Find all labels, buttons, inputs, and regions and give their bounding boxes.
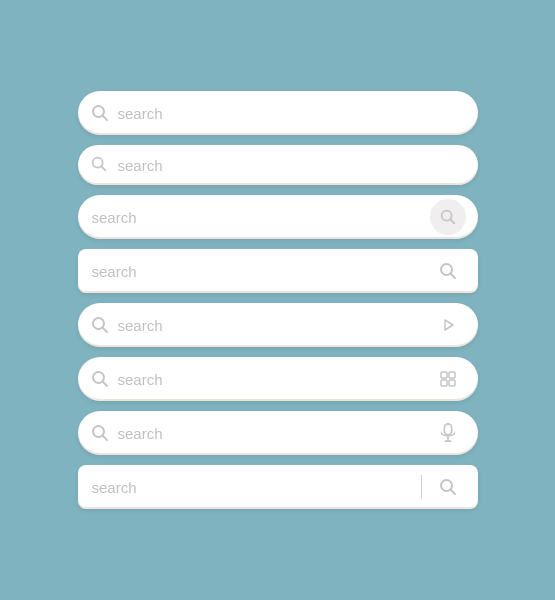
search-placeholder-5: search — [118, 317, 430, 334]
search-icon — [90, 369, 110, 389]
svg-line-9 — [102, 328, 107, 333]
svg-rect-16 — [449, 380, 455, 386]
search-bar-7[interactable]: search — [78, 411, 478, 455]
search-bar-2[interactable]: search — [78, 145, 478, 185]
search-bar-1[interactable]: search — [78, 91, 478, 135]
grid-button-6[interactable] — [430, 361, 466, 397]
search-button-4[interactable] — [430, 253, 466, 289]
svg-line-5 — [450, 219, 454, 223]
search-icon — [90, 155, 110, 175]
search-button-3[interactable] — [430, 199, 466, 235]
search-bar-5[interactable]: search — [78, 303, 478, 347]
search-icon — [90, 423, 110, 443]
search-placeholder-8: search — [92, 479, 421, 496]
svg-line-1 — [102, 116, 107, 121]
search-icon — [90, 315, 110, 335]
play-button-5[interactable] — [430, 307, 466, 343]
mic-button-7[interactable] — [430, 415, 466, 451]
svg-line-12 — [102, 382, 107, 387]
svg-rect-19 — [444, 424, 451, 435]
svg-line-18 — [102, 436, 107, 441]
search-bar-8[interactable]: search — [78, 465, 478, 509]
svg-rect-15 — [441, 380, 447, 386]
search-bar-6[interactable]: search — [78, 357, 478, 401]
search-placeholder-3: search — [92, 209, 430, 226]
search-bar-4[interactable]: search — [78, 249, 478, 293]
svg-marker-10 — [445, 320, 453, 330]
search-bars-container: search search search search — [78, 91, 478, 509]
search-placeholder-1: search — [118, 105, 466, 122]
search-icon — [90, 103, 110, 123]
search-placeholder-7: search — [118, 425, 430, 442]
search-placeholder-2: search — [118, 157, 466, 174]
search-button-8[interactable] — [430, 469, 466, 505]
search-placeholder-4: search — [92, 263, 430, 280]
search-placeholder-6: search — [118, 371, 430, 388]
svg-line-3 — [101, 166, 105, 170]
divider-8 — [421, 475, 422, 499]
search-bar-3[interactable]: search — [78, 195, 478, 239]
svg-rect-14 — [449, 372, 455, 378]
svg-rect-13 — [441, 372, 447, 378]
svg-line-7 — [450, 274, 455, 279]
svg-line-23 — [450, 490, 455, 495]
